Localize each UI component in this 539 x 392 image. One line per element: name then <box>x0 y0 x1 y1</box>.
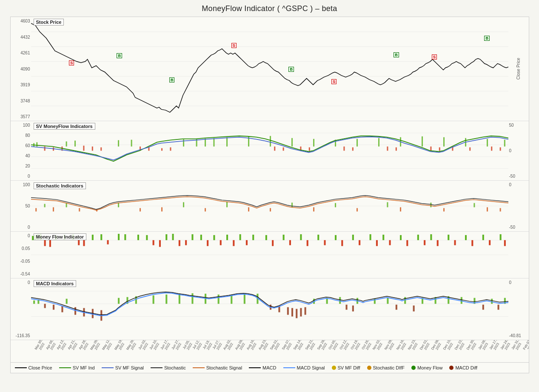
money-flow-dot-icon <box>411 366 416 370</box>
svg-rect-95 <box>118 234 120 240</box>
svg-rect-146 <box>454 240 456 245</box>
macd-plot-area: MACD Indicators <box>31 278 508 340</box>
stoch-panel: 100 50 0 Stochastic Indicators <box>11 181 529 232</box>
svg-rect-117 <box>430 234 432 240</box>
svg-rect-156 <box>118 298 120 304</box>
macd-y-axis-left: 0 -116.35 <box>11 278 31 340</box>
svg-rect-106 <box>252 235 254 240</box>
svg-rect-159 <box>152 295 154 304</box>
x-axis: Mar 30,2022 Apr 06,2022 Apr 13,2022 Apr … <box>11 340 529 362</box>
svg-rect-15 <box>131 140 132 147</box>
svg-rect-63 <box>226 202 228 207</box>
svg-rect-185 <box>74 307 76 315</box>
svg-rect-39 <box>100 148 102 151</box>
macd-diff-dot-icon <box>449 366 453 370</box>
svg-rect-75 <box>205 208 206 211</box>
svg-rect-164 <box>217 295 219 304</box>
svg-rect-99 <box>165 234 167 240</box>
svg-rect-122 <box>44 240 46 246</box>
stock-plot-area: Stock Price S B B S B S B S B <box>31 17 508 121</box>
legend-macd-signal: MACD Signal <box>283 365 325 370</box>
svg-rect-69 <box>35 208 37 211</box>
sv-mf-plot-area: SV MoneyFlow Indicators <box>31 121 508 180</box>
svg-rect-182 <box>44 304 46 308</box>
svg-rect-131 <box>207 240 208 246</box>
svg-rect-30 <box>443 137 445 147</box>
legend-sv-mf-diff: SV MF Diff <box>332 365 360 370</box>
legend-close-price: Close Price <box>15 365 52 370</box>
svg-rect-20 <box>226 137 228 147</box>
svg-rect-55 <box>469 148 471 151</box>
svg-rect-108 <box>282 235 284 240</box>
svg-rect-96 <box>124 234 126 240</box>
mf-chart <box>31 232 508 278</box>
svg-rect-139 <box>341 240 343 246</box>
svg-rect-135 <box>272 240 274 246</box>
svg-rect-153 <box>33 301 35 304</box>
svg-rect-93 <box>91 235 93 240</box>
svg-rect-16 <box>183 139 184 147</box>
svg-rect-180 <box>491 299 493 304</box>
svg-rect-27 <box>378 138 379 147</box>
svg-rect-73 <box>140 208 141 211</box>
svg-rect-191 <box>287 307 288 315</box>
svg-rect-115 <box>400 235 402 240</box>
svg-rect-184 <box>61 306 63 312</box>
sv-mf-chart <box>31 121 508 180</box>
svg-rect-170 <box>339 297 341 304</box>
svg-rect-137 <box>306 240 308 246</box>
macd-signal-line-icon <box>283 367 295 368</box>
svg-rect-81 <box>443 208 445 211</box>
svg-rect-136 <box>289 240 291 245</box>
buy-signal-3: B <box>288 67 294 72</box>
svg-rect-127 <box>152 240 154 245</box>
sell-signal-1: S <box>69 60 74 65</box>
svg-rect-144 <box>424 240 425 245</box>
svg-rect-165 <box>231 295 232 304</box>
svg-rect-57 <box>499 148 501 151</box>
svg-rect-103 <box>213 235 215 240</box>
macd-panel: 0 -116.35 MACD Indicators <box>11 278 529 340</box>
svg-rect-178 <box>460 297 462 304</box>
legend-macd-diff: MACD Diff <box>449 365 477 370</box>
svg-rect-79 <box>356 208 358 211</box>
svg-rect-104 <box>226 235 228 240</box>
svg-rect-140 <box>359 240 360 245</box>
svg-rect-194 <box>300 308 302 317</box>
sv-mf-panel-label: SV MoneyFlow Indicators <box>34 123 95 130</box>
stochastic-line-icon <box>151 367 163 368</box>
svg-rect-155 <box>66 299 67 304</box>
stoch-y-axis-right: 0 -50 <box>508 181 529 231</box>
svg-rect-37 <box>83 146 84 151</box>
stoch-panel-label: Stochastic Indicators <box>34 182 86 189</box>
svg-rect-50 <box>387 147 388 151</box>
svg-rect-100 <box>172 234 174 240</box>
svg-rect-173 <box>387 298 388 304</box>
svg-rect-66 <box>387 202 388 207</box>
macd-chart <box>31 278 508 340</box>
svg-rect-52 <box>430 147 431 151</box>
svg-rect-128 <box>159 240 160 247</box>
svg-rect-76 <box>248 207 249 211</box>
sv-mf-diff-dot-icon <box>332 366 336 370</box>
sv-mf-ind-line-icon <box>59 367 71 368</box>
svg-rect-197 <box>352 306 354 312</box>
svg-rect-105 <box>239 234 241 240</box>
svg-rect-149 <box>504 240 505 246</box>
svg-rect-192 <box>291 308 293 317</box>
legend-stochastic: Stochastic <box>151 365 186 370</box>
svg-rect-109 <box>300 234 302 240</box>
sv-y-axis-right: 50 0 -50 <box>508 121 529 180</box>
svg-rect-114 <box>382 235 384 240</box>
svg-rect-121 <box>499 234 501 240</box>
svg-rect-116 <box>417 235 419 240</box>
svg-rect-113 <box>369 234 371 240</box>
legend-money-flow: Money Flow <box>411 365 442 370</box>
stoch-chart <box>31 181 508 231</box>
svg-rect-126 <box>107 240 108 244</box>
svg-rect-193 <box>296 309 297 318</box>
svg-rect-101 <box>191 234 193 240</box>
svg-rect-147 <box>471 240 473 246</box>
macd-line-icon <box>249 367 261 368</box>
svg-rect-22 <box>270 136 271 147</box>
